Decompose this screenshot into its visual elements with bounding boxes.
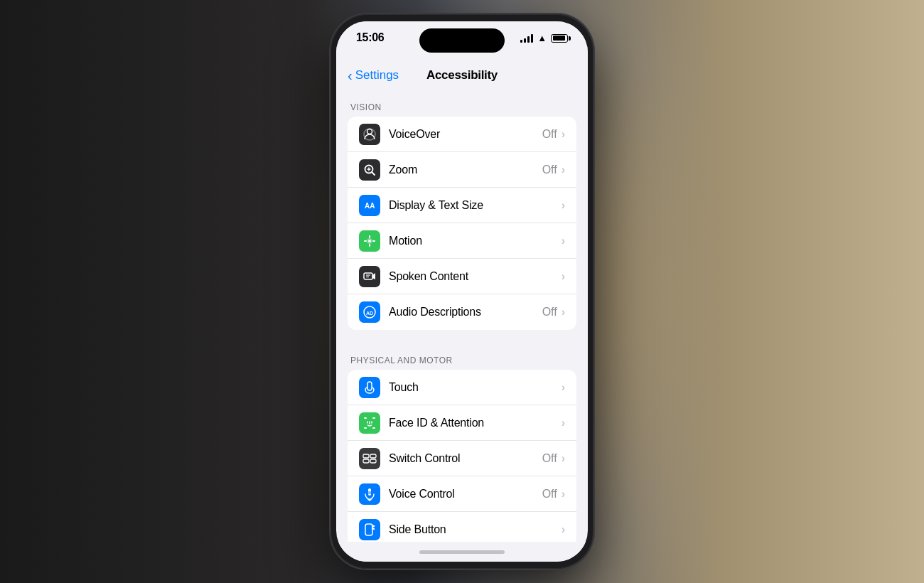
svg-rect-23 bbox=[363, 459, 369, 463]
touch-label: Touch bbox=[389, 381, 562, 394]
voice-control-value: Off bbox=[542, 488, 557, 501]
svg-rect-29 bbox=[365, 524, 372, 535]
status-time: 15:06 bbox=[356, 31, 384, 44]
svg-rect-21 bbox=[363, 454, 369, 458]
back-button[interactable]: ‹ Settings bbox=[348, 68, 399, 82]
spoken-content-icon bbox=[359, 266, 380, 287]
list-item[interactable]: Side Button › bbox=[348, 512, 576, 542]
spoken-content-label: Spoken Content bbox=[389, 270, 562, 283]
settings-content[interactable]: VISION VoiceOver Off › bbox=[336, 91, 588, 542]
back-chevron-icon: ‹ bbox=[348, 68, 353, 82]
switch-control-value: Off bbox=[542, 452, 557, 465]
motion-icon bbox=[359, 230, 380, 252]
svg-rect-16 bbox=[364, 427, 367, 429]
chevron-icon: › bbox=[562, 128, 565, 141]
chevron-icon: › bbox=[562, 164, 565, 176]
list-item[interactable]: Touch › bbox=[348, 370, 576, 405]
svg-text:AA: AA bbox=[365, 202, 375, 210]
settings-group-physical: Touch › Face ID & Attention › bbox=[348, 370, 576, 542]
svg-rect-14 bbox=[364, 417, 367, 419]
iphone-screen: 15:06 ▲ ‹ bbox=[336, 21, 588, 562]
chevron-icon: › bbox=[562, 199, 565, 212]
page-title: Accessibility bbox=[426, 68, 498, 82]
voice-control-label: Voice Control bbox=[389, 488, 542, 501]
voiceover-value: Off bbox=[542, 128, 557, 141]
section-header-vision: VISION bbox=[336, 91, 588, 117]
svg-point-0 bbox=[367, 129, 372, 134]
settings-group-vision: VoiceOver Off › Zoom Off › bbox=[348, 117, 576, 330]
list-item[interactable]: Switch Control Off › bbox=[348, 441, 576, 476]
nav-bar: ‹ Settings Accessibility bbox=[336, 60, 588, 91]
chevron-icon: › bbox=[562, 381, 565, 394]
display-text-label: Display & Text Size bbox=[389, 199, 562, 212]
faceid-label: Face ID & Attention bbox=[389, 417, 562, 429]
back-label: Settings bbox=[355, 68, 399, 82]
list-item[interactable]: Motion › bbox=[348, 223, 576, 259]
motion-label: Motion bbox=[389, 235, 562, 247]
list-item[interactable]: Voice Control Off › bbox=[348, 476, 576, 512]
touch-icon bbox=[359, 377, 380, 398]
svg-rect-15 bbox=[372, 417, 375, 419]
list-item[interactable]: Spoken Content › bbox=[348, 259, 576, 294]
chevron-icon: › bbox=[562, 452, 565, 465]
scene: 15:06 ▲ ‹ bbox=[0, 0, 924, 583]
list-item[interactable]: Face ID & Attention › bbox=[348, 405, 576, 441]
audio-desc-value: Off bbox=[542, 306, 557, 319]
status-bar: 15:06 ▲ bbox=[336, 21, 588, 60]
svg-point-8 bbox=[368, 240, 371, 242]
switch-control-icon bbox=[359, 448, 380, 469]
voiceover-icon bbox=[359, 124, 380, 145]
home-bar bbox=[419, 550, 505, 554]
voice-control-icon bbox=[359, 483, 380, 505]
chevron-icon: › bbox=[562, 306, 565, 319]
list-item[interactable]: AD Audio Descriptions Off › bbox=[348, 294, 576, 330]
zoom-label: Zoom bbox=[389, 164, 542, 176]
battery-icon bbox=[551, 34, 568, 43]
zoom-icon bbox=[359, 159, 380, 181]
faceid-icon bbox=[359, 412, 380, 434]
chevron-icon: › bbox=[562, 523, 565, 536]
svg-rect-17 bbox=[372, 427, 375, 429]
switch-control-label: Switch Control bbox=[389, 452, 542, 465]
chevron-icon: › bbox=[562, 270, 565, 283]
audio-desc-label: Audio Descriptions bbox=[389, 306, 542, 319]
side-button-icon bbox=[359, 519, 380, 540]
section-vision: VISION VoiceOver Off › bbox=[336, 91, 588, 330]
svg-line-31 bbox=[372, 528, 374, 529]
section-physical: PHYSICAL AND MOTOR Touch › bbox=[336, 344, 588, 542]
chevron-icon: › bbox=[562, 488, 565, 501]
audio-desc-icon: AD bbox=[359, 301, 380, 323]
list-item[interactable]: VoiceOver Off › bbox=[348, 117, 576, 152]
list-item[interactable]: Zoom Off › bbox=[348, 152, 576, 188]
side-button-label: Side Button bbox=[389, 523, 562, 536]
dynamic-island bbox=[419, 28, 505, 53]
display-text-icon: AA bbox=[359, 195, 380, 216]
svg-rect-22 bbox=[370, 454, 376, 458]
svg-rect-24 bbox=[370, 459, 376, 463]
iphone-device: 15:06 ▲ ‹ bbox=[331, 14, 593, 569]
svg-line-3 bbox=[372, 172, 375, 175]
signal-icon bbox=[520, 34, 533, 43]
section-header-physical: PHYSICAL AND MOTOR bbox=[336, 344, 588, 370]
voiceover-label: VoiceOver bbox=[389, 128, 542, 141]
wifi-icon: ▲ bbox=[537, 33, 547, 43]
chevron-icon: › bbox=[562, 417, 565, 429]
home-indicator bbox=[336, 542, 588, 562]
zoom-value: Off bbox=[542, 164, 557, 176]
svg-text:AD: AD bbox=[366, 311, 373, 316]
list-item[interactable]: AA Display & Text Size › bbox=[348, 188, 576, 223]
chevron-icon: › bbox=[562, 235, 565, 247]
status-icons: ▲ bbox=[520, 33, 568, 43]
svg-rect-9 bbox=[364, 273, 372, 279]
